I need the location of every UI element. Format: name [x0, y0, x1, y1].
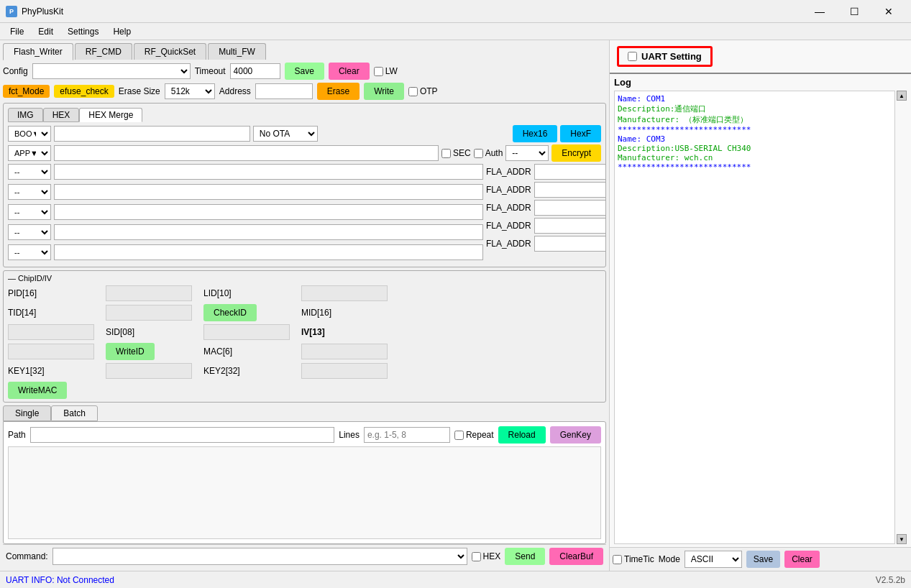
menu-help[interactable]: Help — [106, 25, 138, 38]
save-button[interactable]: Save — [285, 63, 324, 80]
menu-edit[interactable]: Edit — [31, 25, 60, 38]
file-path-5[interactable] — [54, 204, 483, 220]
sec-checkbox-label: SEC — [441, 148, 471, 158]
fla-input-1[interactable] — [534, 164, 606, 180]
sid-input[interactable] — [203, 324, 290, 340]
file-path-1[interactable] — [54, 126, 250, 142]
timeout-input[interactable] — [230, 63, 280, 79]
fla-input-3[interactable] — [534, 200, 606, 216]
iv13-input[interactable] — [8, 344, 94, 359]
file-row-3: -- — [8, 164, 483, 180]
sec-checkbox[interactable] — [441, 149, 451, 158]
tab-batch[interactable]: Batch — [51, 405, 98, 421]
lines-input[interactable] — [364, 427, 450, 443]
file-path-6[interactable] — [54, 224, 483, 240]
clear-button[interactable]: Clear — [329, 63, 370, 80]
tab-rf-cmd[interactable]: RF_CMD — [75, 43, 132, 60]
file-type-5[interactable]: -- — [8, 204, 51, 220]
inner-tab-bar: IMG HEX HEX Merge — [8, 108, 601, 122]
file-type-7[interactable]: -- — [8, 244, 51, 260]
address-input[interactable] — [255, 83, 313, 99]
auth-checkbox[interactable] — [474, 149, 483, 158]
tab-rf-quickset[interactable]: RF_QuickSet — [134, 43, 206, 60]
fla-row-2: FLA_ADDR — [486, 182, 601, 198]
encrypt-button[interactable]: Encrypt — [551, 144, 601, 162]
pid-input[interactable] — [106, 285, 192, 301]
lid-label: LID[10] — [203, 288, 297, 298]
lines-label: Lines — [339, 430, 360, 440]
genkey-button[interactable]: GenKey — [550, 426, 601, 444]
writemac-button[interactable]: WriteMAC — [8, 382, 67, 399]
file-type-3[interactable]: -- — [8, 164, 51, 180]
timeout-label: Timeout — [195, 66, 226, 76]
tab-hex[interactable]: HEX — [43, 108, 80, 122]
menu-settings[interactable]: Settings — [60, 25, 106, 38]
file-type-4[interactable]: -- — [8, 184, 51, 200]
erase-button[interactable]: Erase — [317, 83, 360, 100]
main-tab-bar: Flash_Writer RF_CMD RF_QuickSet Multi_FW — [3, 43, 606, 60]
tab-single[interactable]: Single — [3, 405, 51, 421]
uart-setting-checkbox[interactable] — [628, 52, 637, 61]
fla-input-4[interactable] — [534, 218, 606, 234]
hex-checkbox[interactable] — [472, 552, 481, 561]
auth-checkbox-label: Auth — [474, 148, 503, 158]
hexf-button[interactable]: HexF — [560, 125, 601, 142]
reload-button[interactable]: Reload — [498, 426, 546, 444]
file-path-3[interactable] — [54, 164, 483, 180]
checkid-button[interactable]: CheckID — [203, 304, 257, 321]
tab-img[interactable]: IMG — [8, 108, 43, 122]
hex16-button[interactable]: Hex16 — [513, 125, 558, 142]
ota-select[interactable]: No OTA — [253, 126, 318, 142]
close-button[interactable]: ✕ — [872, 1, 905, 22]
file-path-4[interactable] — [54, 184, 483, 200]
timetic-checkbox[interactable] — [613, 555, 622, 564]
key2-input[interactable] — [301, 363, 388, 379]
log-controls: TimeTic Mode ASCII Save Clear — [610, 547, 911, 571]
repeat-checkbox[interactable] — [454, 431, 464, 440]
otp-checkbox[interactable] — [408, 87, 418, 96]
tid-input[interactable] — [106, 305, 192, 321]
lid-input[interactable] — [301, 285, 388, 301]
write-button[interactable]: Write — [364, 83, 404, 100]
tab-hex-merge[interactable]: HEX Merge — [79, 108, 142, 122]
batch-textarea[interactable] — [8, 446, 601, 539]
minimize-button[interactable]: — — [803, 1, 836, 22]
scroll-up-button[interactable]: ▲ — [897, 91, 907, 101]
fla-addr-3: FLA_ADDR — [486, 203, 531, 213]
writeid-button[interactable]: WriteID — [106, 343, 155, 360]
tab-multi-fw[interactable]: Multi_FW — [208, 43, 266, 60]
file-path-7[interactable] — [54, 244, 483, 260]
file-row-7: -- — [8, 244, 483, 260]
path-input[interactable] — [30, 427, 335, 443]
erase-size-select[interactable]: 512k — [165, 83, 215, 99]
menu-file[interactable]: File — [3, 25, 31, 38]
file-type-1[interactable]: BOO▼ — [8, 126, 51, 142]
command-select[interactable] — [52, 548, 467, 565]
fla-input-2[interactable] — [534, 182, 606, 198]
mode-select[interactable]: ASCII — [685, 551, 742, 568]
fla-input-5[interactable] — [534, 236, 606, 252]
lw-checkbox[interactable] — [374, 67, 383, 76]
uart-setting-label: UART Setting — [617, 46, 713, 67]
iv13-label: IV[13] — [301, 327, 601, 337]
log-save-button[interactable]: Save — [746, 551, 780, 568]
key1-input[interactable] — [106, 363, 192, 379]
file-type-6[interactable]: -- — [8, 224, 51, 240]
otp-checkbox-label: OTP — [408, 86, 438, 96]
app-dropdown[interactable]: -- — [505, 145, 549, 161]
mid-input[interactable] — [8, 324, 94, 340]
maximize-button[interactable]: ☐ — [838, 1, 871, 22]
file-type-2[interactable]: APP▼ — [8, 145, 51, 161]
status-bar: UART INFO: Not Connected V2.5.2b — [0, 571, 911, 588]
tab-flash-writer[interactable]: Flash_Writer — [3, 43, 73, 60]
status-left: UART INFO: Not Connected — [6, 575, 114, 585]
scroll-down-button[interactable]: ▼ — [897, 534, 907, 544]
clearbuf-button[interactable]: ClearBuf — [549, 548, 603, 565]
send-button[interactable]: Send — [505, 548, 545, 565]
fla-addr-2: FLA_ADDR — [486, 185, 531, 195]
log-clear-button[interactable]: Clear — [784, 551, 820, 568]
mac-input[interactable] — [301, 344, 388, 359]
config-select[interactable] — [32, 63, 191, 79]
file-path-2[interactable] — [54, 145, 439, 161]
fct-mode-badge: fct_Mode — [3, 85, 50, 98]
